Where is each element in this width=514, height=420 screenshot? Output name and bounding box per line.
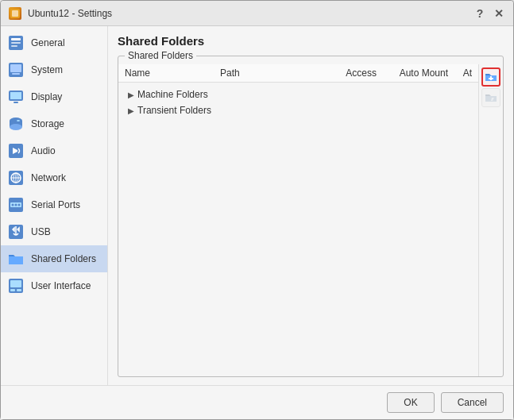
- content-area: General System: [1, 26, 513, 385]
- svg-rect-34: [489, 78, 493, 79]
- folder-actions: [478, 64, 503, 376]
- serial-ports-icon: [7, 196, 25, 214]
- transient-folders-arrow: ▶: [128, 106, 134, 115]
- transient-folders-label: ▶ Transient Folders: [125, 103, 472, 118]
- sidebar-item-user-interface[interactable]: User Interface: [1, 272, 107, 299]
- col-at-header: At: [448, 67, 472, 79]
- svg-rect-7: [10, 64, 21, 72]
- user-interface-icon: [7, 277, 25, 295]
- svg-rect-5: [11, 45, 17, 47]
- sidebar: General System: [1, 26, 108, 385]
- shared-folders-group: Shared Folders Name Path Access Auto Mou…: [118, 56, 504, 377]
- sidebar-item-serial-ports[interactable]: Serial Ports: [1, 191, 107, 218]
- sidebar-item-usb[interactable]: USB: [1, 218, 107, 245]
- machine-folders-group: ▶ Machine Folders: [125, 87, 472, 102]
- svg-rect-10: [10, 92, 21, 99]
- sidebar-item-system[interactable]: System: [1, 56, 107, 83]
- page-title: Shared Folders: [118, 34, 504, 48]
- svg-rect-1: [12, 10, 18, 17]
- sidebar-item-storage[interactable]: Storage: [1, 110, 107, 137]
- svg-rect-31: [10, 289, 15, 291]
- add-folder-button[interactable]: [481, 67, 500, 87]
- svg-rect-32: [17, 289, 21, 291]
- sidebar-label-shared-folders: Shared Folders: [31, 253, 96, 264]
- tree-area: ▶ Machine Folders ▶ Transient Folders: [118, 83, 478, 122]
- settings-window: Ubuntu12 - Settings ? ✕ General: [0, 0, 514, 420]
- transient-folders-text: Transient Folders: [137, 105, 211, 116]
- sidebar-label-system: System: [31, 64, 63, 75]
- title-bar-left: Ubuntu12 - Settings: [9, 7, 112, 20]
- ok-button[interactable]: OK: [387, 392, 434, 413]
- svg-point-15: [17, 120, 20, 121]
- svg-point-14: [10, 124, 22, 130]
- display-icon: [7, 88, 25, 106]
- svg-point-26: [15, 204, 17, 206]
- footer: OK Cancel: [1, 385, 513, 419]
- close-button[interactable]: ✕: [493, 7, 505, 20]
- sidebar-label-user-interface: User Interface: [31, 280, 91, 291]
- sidebar-item-network[interactable]: Network: [1, 164, 107, 191]
- machine-folders-arrow: ▶: [128, 91, 134, 99]
- col-path-header: Path: [220, 67, 321, 79]
- col-access-header: Access: [321, 67, 377, 79]
- svg-rect-11: [14, 102, 18, 103]
- network-icon: [7, 169, 25, 187]
- title-bar-right: ? ✕: [473, 7, 505, 20]
- col-name-header: Name: [125, 67, 220, 79]
- sidebar-label-display: Display: [31, 91, 62, 102]
- sidebar-item-display[interactable]: Display: [1, 83, 107, 110]
- sidebar-label-audio: Audio: [31, 145, 56, 156]
- svg-rect-3: [11, 38, 21, 40]
- sidebar-label-storage: Storage: [31, 118, 64, 129]
- sidebar-label-general: General: [31, 37, 65, 48]
- machine-folders-text: Machine Folders: [137, 89, 208, 100]
- svg-rect-4: [11, 42, 21, 44]
- window-title: Ubuntu12 - Settings: [28, 8, 112, 19]
- main-panel: Shared Folders Shared Folders Name Path …: [108, 26, 513, 385]
- sidebar-label-network: Network: [31, 172, 66, 183]
- table-header: Name Path Access Auto Mount At: [118, 64, 478, 83]
- folder-table: Name Path Access Auto Mount At ▶ Mac: [118, 64, 478, 376]
- group-box-legend: Shared Folders: [125, 50, 196, 61]
- sidebar-label-usb: USB: [31, 226, 51, 237]
- folder-area: Name Path Access Auto Mount At ▶ Mac: [118, 64, 503, 376]
- svg-rect-30: [10, 280, 21, 287]
- sidebar-item-shared-folders[interactable]: Shared Folders: [1, 245, 107, 272]
- edit-folder-button[interactable]: [481, 88, 500, 107]
- app-icon: [9, 7, 21, 20]
- usb-icon: [7, 223, 25, 241]
- title-bar: Ubuntu12 - Settings ? ✕: [1, 1, 513, 26]
- sidebar-item-general[interactable]: General: [1, 29, 107, 56]
- storage-icon: [7, 115, 25, 133]
- col-automount-header: Auto Mount: [377, 67, 448, 79]
- machine-folders-label: ▶ Machine Folders: [125, 87, 472, 102]
- svg-point-25: [12, 204, 14, 206]
- sidebar-item-audio[interactable]: Audio: [1, 137, 107, 164]
- transient-folders-group: ▶ Transient Folders: [125, 103, 472, 118]
- sidebar-label-serial-ports: Serial Ports: [31, 199, 80, 210]
- svg-point-27: [18, 204, 21, 206]
- help-button[interactable]: ?: [473, 7, 486, 20]
- shared-folders-icon: [7, 250, 25, 268]
- general-icon: [7, 34, 25, 52]
- cancel-button[interactable]: Cancel: [441, 392, 504, 413]
- system-icon: [7, 61, 25, 79]
- audio-icon: [7, 142, 25, 160]
- svg-rect-8: [12, 73, 20, 75]
